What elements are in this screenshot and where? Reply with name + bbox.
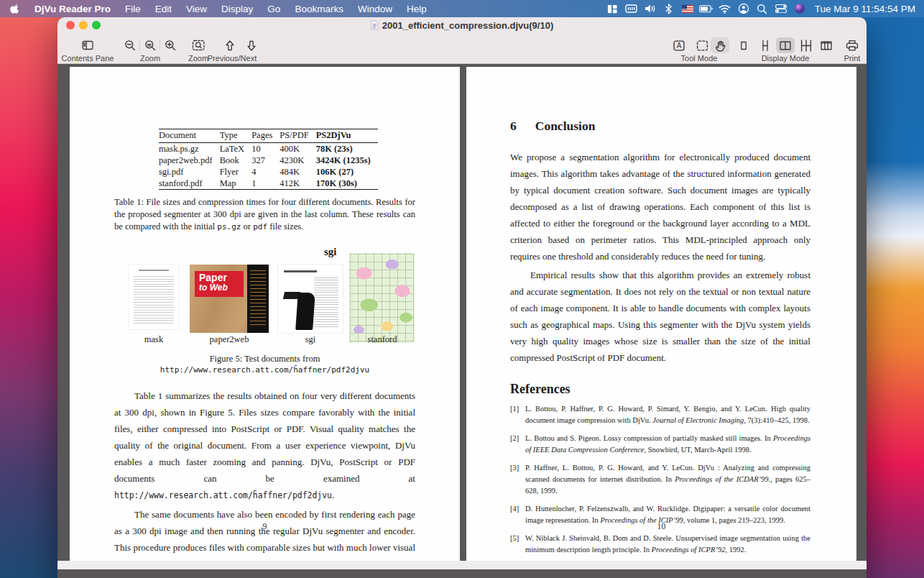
menu-window[interactable]: Window (351, 4, 399, 14)
reference-item: [3] P. Haffner, L. Bottou, P. G. Howard,… (510, 462, 810, 497)
table-row: stanford.pdfMap1412K170K (30s) (159, 178, 378, 190)
document-icon (371, 20, 379, 30)
zoom-group-label: Zoom (140, 54, 160, 63)
figure-label-mask: mask (144, 334, 163, 345)
bluetooth-icon[interactable] (660, 4, 678, 14)
thumbnail-stanford (350, 254, 414, 342)
svg-text:A: A (677, 42, 682, 50)
menu-file[interactable]: File (118, 4, 148, 14)
page-number: 9 (70, 521, 460, 532)
reference-item: [2] L. Bottou and S. Pigeon. Lossy compr… (510, 433, 810, 456)
menu-bar: DjVu Reader Pro File Edit View Display G… (0, 0, 924, 17)
volume-icon[interactable] (641, 4, 660, 14)
previous-page-button[interactable] (221, 37, 239, 53)
contents-pane-button[interactable] (78, 37, 97, 53)
table-caption: Table 1: File sizes and compression time… (114, 196, 415, 233)
table-row: mask.ps.gzLaTeX10400K78K (23s) (159, 143, 378, 155)
section-number: 6 (510, 119, 517, 134)
references-list: [1] L. Bottou, P. Haffner, P. G. Howard,… (510, 403, 810, 569)
menu-clock[interactable]: Tue Mar 9 11:54:54 PM (815, 4, 915, 14)
references-heading: References (510, 382, 810, 397)
menu-go[interactable]: Go (260, 4, 287, 14)
print-button[interactable] (843, 37, 861, 53)
tool-mode-label: Tool Mode (681, 54, 718, 63)
zoom-out-button[interactable] (121, 37, 139, 53)
input-source-us-flag-icon[interactable] (678, 5, 697, 13)
sgi-logo-text: sgi (324, 246, 337, 258)
user-account-icon[interactable] (734, 3, 753, 14)
facing-pages-mode-button[interactable] (817, 37, 836, 53)
text-select-tool-button[interactable]: A (670, 37, 688, 53)
window-title: 2001_efficient_compression.djvu(9/10) (57, 17, 867, 33)
djvu-reader-window: 2001_efficient_compression.djvu(9/10) Co… (57, 17, 867, 578)
prev-next-label: Previous/Next (208, 54, 257, 63)
page-9: Document Type Pages PS/PDF PS2DjVu mask.… (70, 67, 460, 569)
single-page-mode-button[interactable] (734, 37, 753, 53)
paragraph: Table 1 summarizes the results obtained … (114, 387, 415, 504)
document-viewport[interactable]: Document Type Pages PS/PDF PS2DjVu mask.… (57, 64, 867, 569)
paragraph: The same documents have also been encode… (114, 506, 415, 569)
figure-label-paper2web: paper2web (210, 334, 249, 345)
desktop: { "menubar": { "apple_icon": "apple-logo… (0, 0, 924, 578)
table-header-row: Document Type Pages PS/PDF PS2DjVu (159, 129, 378, 143)
marquee-select-tool-button[interactable] (693, 37, 711, 53)
figure-5: sgi Paper to Web mas (114, 250, 415, 345)
menu-bookmarks[interactable]: Bookmarks (287, 4, 351, 14)
menu-help[interactable]: Help (399, 4, 434, 14)
thumbnail-sgi (278, 265, 343, 333)
spotlight-search-icon[interactable] (753, 4, 772, 14)
print-label: Print (844, 54, 861, 63)
thumbnail-paper2web: Paper to Web (190, 265, 269, 333)
thumbnail-mask (129, 265, 179, 329)
figure-caption: Figure 5: Test documents from http://www… (114, 354, 415, 375)
next-page-button[interactable] (242, 37, 261, 53)
section-title: Conclusion (535, 119, 596, 134)
table-row: paper2web.pdfBook3274230K3424K (1235s) (159, 155, 378, 166)
window-tiling-icon[interactable] (604, 4, 622, 14)
display-mode-label: Display Mode (762, 54, 810, 63)
marquee-zoom-button[interactable] (189, 37, 208, 53)
two-page-mode-button[interactable] (776, 37, 795, 53)
page-10: 6 Conclusion We propose a segmentation a… (466, 67, 856, 569)
paragraph: We propose a segmentation algorithm for … (510, 149, 810, 265)
zoom-in-button[interactable] (161, 37, 180, 53)
keyboard-icon[interactable] (622, 4, 641, 14)
control-center-icon[interactable] (772, 4, 790, 13)
page-number: 10 (466, 521, 856, 532)
window-bottom-edge (57, 561, 867, 569)
apple-menu[interactable] (10, 3, 20, 14)
menu-display[interactable]: Display (214, 4, 260, 14)
section-heading: 6 Conclusion (510, 119, 810, 134)
table-1: Document Type Pages PS/PDF PS2DjVu mask.… (159, 129, 378, 190)
contents-pane-label: Contents Pane (62, 54, 114, 63)
reference-item: [5] W. Niblack J. Sheinvald, B. Dom and … (510, 533, 810, 556)
menu-app-name[interactable]: DjVu Reader Pro (27, 4, 118, 14)
toolbar: Contents Pane Zoom Zoom Previous/Next A (57, 33, 867, 64)
table-row: sgi.pdfFlyer4484K106K (27) (159, 166, 378, 178)
reference-item: [1] L. Bottou, P. Haffner, P. G. Howard,… (510, 403, 810, 426)
menu-view[interactable]: View (179, 4, 214, 14)
wifi-icon[interactable] (716, 4, 734, 14)
marquee-zoom-label: Zoom (188, 54, 208, 63)
figure-label-sgi: sgi (305, 334, 316, 345)
zoom-actual-size-button[interactable] (141, 37, 160, 53)
assistant-app-icon[interactable] (790, 3, 809, 14)
title-bar: 2001_efficient_compression.djvu(9/10) (57, 17, 867, 33)
paragraph: Empirical results show that this algorit… (510, 267, 810, 366)
battery-icon[interactable] (697, 5, 716, 13)
two-page-continuous-mode-button[interactable] (797, 37, 816, 53)
hand-tool-button[interactable] (711, 37, 729, 53)
continuous-mode-button[interactable] (756, 37, 775, 53)
menu-edit[interactable]: Edit (148, 4, 179, 14)
figure-label-stanford: stanford (368, 334, 397, 345)
